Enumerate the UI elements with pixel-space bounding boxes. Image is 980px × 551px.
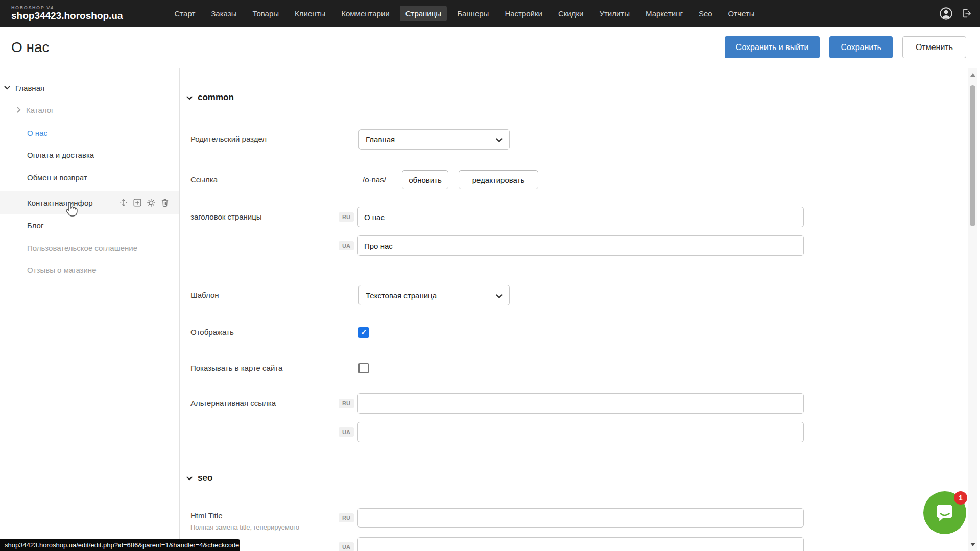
tree-item-label: Каталог <box>26 106 54 114</box>
scrollbar-down-arrow[interactable] <box>970 543 975 546</box>
chevron-down-icon <box>496 291 503 300</box>
nav-item-banners[interactable]: Баннеры <box>451 6 494 21</box>
tree-item-blog[interactable]: Блог <box>0 214 179 236</box>
html-title-hint: Полная замена title, генерируемого <box>190 523 299 532</box>
tree-item-user-agreement[interactable]: Пользовательское соглашение <box>0 236 179 259</box>
tree-item-store-reviews[interactable]: Отзывы о магазине <box>0 258 179 281</box>
app-logo[interactable]: HOROSHOP V4 shop34423.horoshop.ua <box>11 6 123 21</box>
page-title-field-label: заголовок страницы <box>190 212 262 222</box>
nav-item-marketing[interactable]: Маркетинг <box>640 6 688 21</box>
link-label: Ссылка <box>190 175 218 185</box>
tree-item-label: Блог <box>27 221 43 230</box>
account-icon[interactable] <box>939 7 953 20</box>
alt-link-ua-input[interactable] <box>357 422 804 442</box>
tree-item-label: Оплата и доставка <box>27 151 94 159</box>
scrollbar-thumb[interactable] <box>970 85 975 226</box>
tree-item-catalog[interactable]: Каталог <box>0 99 179 121</box>
tree-item-label: Пользовательское соглашение <box>27 244 137 252</box>
save-and-exit-button[interactable]: Сохранить и выйти <box>725 36 820 58</box>
nav-item-reports[interactable]: Отчеты <box>723 6 760 21</box>
template-label: Шаблон <box>190 290 219 300</box>
section-title: seo <box>198 473 212 483</box>
nav-item-seo[interactable]: Seo <box>693 6 718 21</box>
chevron-down-icon <box>496 135 503 144</box>
move-icon[interactable] <box>118 198 129 208</box>
chevron-down-icon <box>186 473 193 483</box>
select-value: Текстовая страница <box>366 291 437 300</box>
lang-badge-ua: UA <box>339 427 354 437</box>
lang-badge-ua: UA <box>339 542 354 551</box>
parent-section-select[interactable]: Главная <box>358 129 510 150</box>
vertical-scrollbar[interactable] <box>968 68 977 551</box>
nav-item-discounts[interactable]: Скидки <box>553 6 589 21</box>
nav-item-start[interactable]: Старт <box>169 6 201 21</box>
template-select[interactable]: Текстовая страница <box>358 285 510 305</box>
display-checkbox[interactable] <box>358 327 369 338</box>
nav-item-utilities[interactable]: Утилиты <box>593 6 635 21</box>
sitemap-checkbox[interactable] <box>358 363 369 373</box>
tree-item-payment-delivery[interactable]: Оплата и доставка <box>0 143 179 166</box>
select-value: Главная <box>366 135 395 144</box>
nav-item-clients[interactable]: Клиенты <box>289 6 331 21</box>
lang-badge-ru: RU <box>339 399 354 408</box>
nav-menu: Старт Заказы Товары Клиенты Комментарии … <box>169 6 760 21</box>
nav-item-products[interactable]: Товары <box>247 6 284 21</box>
tree-item-label: Обмен и возврат <box>27 173 87 182</box>
section-common-header[interactable]: common <box>186 92 234 103</box>
alt-link-label: Альтернативная ссылка <box>190 398 276 409</box>
add-page-icon[interactable] <box>132 198 142 208</box>
sitemap-label: Показывать в карте сайта <box>190 363 282 373</box>
lang-badge-ua: UA <box>339 241 354 250</box>
cancel-button[interactable]: Отменить <box>902 36 966 58</box>
pages-tree-sidebar: Главная Каталог О нас Оплата и доставка … <box>0 68 180 551</box>
save-button[interactable]: Сохранить <box>829 36 893 58</box>
trash-icon[interactable] <box>160 198 170 208</box>
section-title: common <box>198 92 234 103</box>
display-label: Отображать <box>190 327 234 338</box>
nav-item-comments[interactable]: Комментарии <box>336 6 395 21</box>
html-title-ua-input[interactable] <box>357 537 804 551</box>
nav-item-orders[interactable]: Заказы <box>205 6 242 21</box>
tree-item-contact-info[interactable]: Контактная инфор <box>0 191 179 214</box>
page-edit-form: common Родительский раздел Главная Ссылк… <box>180 68 968 551</box>
nav-item-pages[interactable]: Страницы <box>400 6 447 21</box>
tree-item-actions <box>118 198 170 208</box>
tree-item-label: Главная <box>15 84 44 92</box>
top-navbar: HOROSHOP V4 shop34423.horoshop.ua Старт … <box>0 0 980 27</box>
chat-bubble-icon <box>934 501 956 524</box>
lang-badge-ru: RU <box>339 212 354 222</box>
page-title-ru-input[interactable] <box>357 207 804 227</box>
tree-item-label: О нас <box>27 129 47 137</box>
tree-item-exchange-return[interactable]: Обмен и возврат <box>0 166 179 188</box>
tree-item-home[interactable]: Главная <box>0 77 179 99</box>
header-buttons: Сохранить и выйти Сохранить Отменить <box>725 36 966 58</box>
lang-badge-ru: RU <box>339 513 354 522</box>
browser-status-bar: shop34423.horoshop.ua/edit/edit.php?id=6… <box>0 539 240 551</box>
link-update-button[interactable]: обновить <box>402 170 448 189</box>
logo-domain-label: shop34423.horoshop.ua <box>11 11 123 21</box>
tree-item-label: Контактная инфор <box>27 199 93 207</box>
parent-section-label: Родительский раздел <box>190 134 267 145</box>
chevron-down-icon[interactable] <box>4 86 10 90</box>
logout-icon[interactable] <box>961 8 972 19</box>
link-path-value: /o-nas/ <box>363 175 386 185</box>
scrollbar-up-arrow[interactable] <box>970 73 975 77</box>
chevron-right-icon[interactable] <box>17 107 21 113</box>
chevron-down-icon <box>186 92 193 103</box>
tree-item-about-selected[interactable]: О нас <box>0 122 179 144</box>
html-title-ru-input[interactable] <box>357 508 804 528</box>
section-seo-header[interactable]: seo <box>186 473 212 483</box>
chat-launcher-button[interactable]: 1 <box>923 491 966 534</box>
page-title-ua-input[interactable] <box>357 235 804 256</box>
navbar-right <box>939 7 972 20</box>
html-title-label: Html Title <box>190 511 223 521</box>
page-header: О нас Сохранить и выйти Сохранить Отмени… <box>0 27 980 68</box>
tree-item-label: Отзывы о магазине <box>27 266 96 274</box>
link-edit-button[interactable]: редактировать <box>459 170 538 189</box>
nav-item-settings[interactable]: Настройки <box>499 6 548 21</box>
page-title: О нас <box>11 39 50 56</box>
alt-link-ru-input[interactable] <box>357 393 804 414</box>
gear-icon[interactable] <box>146 198 156 208</box>
chat-unread-badge: 1 <box>954 491 967 505</box>
